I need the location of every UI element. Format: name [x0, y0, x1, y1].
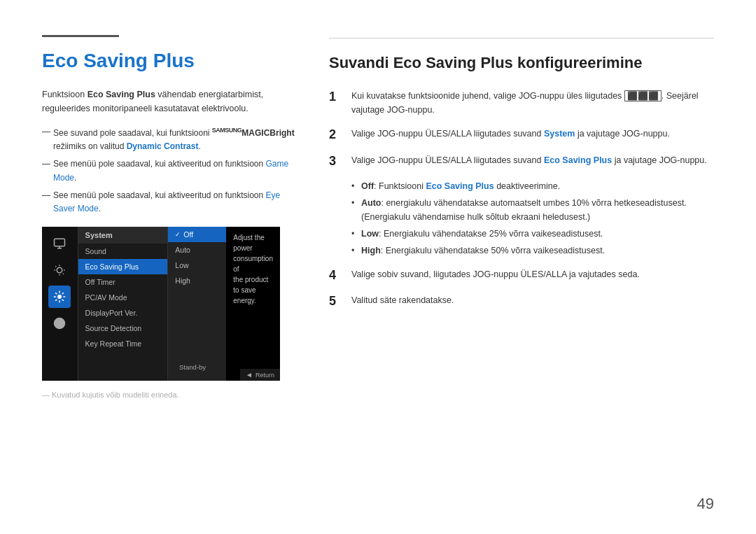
svg-line-7 [63, 274, 64, 274]
right-column: Suvandi Eco Saving Plus konfigureerimine… [329, 35, 714, 506]
steps-list: 1 Kui kuvatakse funktsioonide juhend, va… [329, 89, 714, 169]
step2-highlight: System [544, 129, 575, 139]
bullet-low-bold: Low [361, 229, 379, 239]
step-3-text: Valige JOG-nuppu ÜLES/ALLA liigutades su… [351, 153, 707, 167]
intro-before: Funktsioon [42, 90, 88, 99]
bullet-off: Off: Funktsiooni Eco Saving Plus deaktiv… [351, 179, 714, 193]
step-5: 5 Valitud säte rakendatakse. [329, 293, 714, 309]
bullet-off-highlight: Eco Saving Plus [426, 181, 493, 191]
monitor-footer: ◄ Return [240, 369, 280, 381]
bullet-off-suffix: deaktiveerimine. [494, 181, 561, 191]
sidebar-icon-monitor [48, 232, 71, 255]
note-3: See menüü pole saadaval, kui aktiveeritu… [42, 189, 301, 216]
desc-line2: consumption of [233, 255, 273, 273]
menu-item-source: Source Detection [78, 321, 168, 336]
step-1-text: Kui kuvatakse funktsioonide juhend, vali… [351, 89, 714, 117]
menu-item-eco: Eco Saving Plus [78, 259, 168, 274]
step2-after: ja vajutage JOG-nuppu. [575, 129, 670, 139]
step-4: 4 Valige sobiv suvand, liigutades JOG-nu… [329, 267, 714, 283]
step-number-2: 2 [329, 127, 342, 143]
svg-point-10 [58, 295, 62, 299]
monitor-sidebar [42, 227, 78, 381]
note1-prefix: See suvand pole saadaval, kui funktsioon… [53, 128, 212, 138]
bullet-high-text: : Energiakulu vähendatakse 50% võrra vai… [381, 246, 605, 255]
sidebar-icon-brightness [48, 259, 71, 281]
step-number-1: 1 [329, 89, 342, 105]
bullet-auto-bold: Auto [361, 198, 381, 208]
brand-label: SAMSUNG [212, 127, 242, 134]
step1-before: Kui kuvatakse funktsioonide juhend, vali… [351, 91, 624, 101]
menu-item-offtimer: Off Timer [78, 274, 168, 290]
right-title: Suvandi Eco Saving Plus konfigureerimine [329, 54, 714, 72]
desc-line4: energy. [233, 297, 256, 304]
desc-line1: Adjust the power [233, 234, 264, 252]
note-2: See menüü pole saadaval, kui aktiveeritu… [42, 157, 301, 184]
bullet-high-bold: High [361, 246, 381, 255]
bullet-auto-text: : energiakulu vähendatakse automaatselt … [361, 198, 687, 222]
page-number: 49 [697, 495, 714, 513]
step-1: 1 Kui kuvatakse funktsioonide juhend, va… [329, 89, 714, 117]
section-title: Eco Saving Plus [42, 50, 301, 72]
monitor-screenshot: System Sound Eco Saving Plus Off Timer P… [42, 227, 280, 381]
menu-item-pcav: PC/AV Mode [78, 290, 168, 305]
bullet-off-bold: Off [361, 181, 374, 191]
submenu-high: High [168, 273, 226, 288]
monitor-inner: System Sound Eco Saving Plus Off Timer P… [42, 227, 280, 381]
step-2: 2 Valige JOG-nuppu ÜLES/ALLA liigutades … [329, 127, 714, 143]
step3-after: ja vajutage JOG-nuppu. [612, 155, 707, 165]
sidebar-icon-system [48, 286, 71, 308]
return-label: Return [255, 372, 274, 379]
step-4-text: Valige sobiv suvand, liigutades JOG-nupp… [351, 267, 640, 281]
magic-bright-label: MAGICBright [241, 128, 294, 138]
step-number-3: 3 [329, 153, 342, 169]
left-column: Eco Saving Plus Funktsioon Eco Saving Pl… [42, 35, 301, 506]
top-border-line [329, 38, 714, 38]
bullet-low-text: : Energiakulu vähendatakse 25% võrra vai… [379, 229, 603, 239]
note-1: See suvand pole saadaval, kui funktsioon… [42, 125, 301, 153]
desc-line3: the product to save [233, 276, 268, 294]
monitor-desc: Adjust the power consumption of the prod… [226, 227, 280, 381]
header-lines [42, 35, 301, 37]
step-number-5: 5 [329, 293, 342, 309]
standby-label: Stand-by [86, 363, 210, 371]
menu-item-sound: Sound [78, 244, 168, 259]
svg-point-3 [57, 267, 63, 273]
bullet-off-text: : Funktsiooni [374, 181, 426, 191]
svg-line-6 [55, 266, 56, 267]
step-number-4: 4 [329, 267, 342, 283]
step2-before: Valige JOG-nuppu ÜLES/ALLA liigutades su… [351, 129, 544, 139]
return-arrow-icon: ◄ [246, 371, 253, 379]
intro-paragraph: Funktsioon Eco Saving Plus vähendab ener… [42, 87, 301, 115]
dynamic-contrast-label: Dynamic Contrast [127, 141, 199, 151]
note3-text: See menüü pole saadaval, kui aktiveeritu… [53, 190, 266, 200]
bullet-high: High: Energiakulu vähendatakse 50% võrra… [351, 244, 714, 258]
image-note: Kuvatud kujutis võib mudeliti erineda. [42, 391, 301, 399]
submenu-low: Low [168, 258, 226, 273]
monitor-submenu: Off Auto Low High [168, 227, 226, 381]
monitor-menu: System Sound Eco Saving Plus Off Timer P… [78, 227, 169, 381]
note2-text: See menüü pole saadaval, kui aktiveeritu… [53, 159, 266, 169]
step-5-text: Valitud säte rakendatakse. [351, 293, 454, 307]
step3-before: Valige JOG-nuppu ÜLES/ALLA liigutades su… [351, 155, 544, 165]
submenu-auto: Auto [168, 242, 226, 258]
step1-icon: ⬛⬛⬛ [624, 90, 662, 101]
menu-item-displayport: DisplayPort Ver. [78, 305, 168, 321]
intro-bold: Eco Saving Plus [88, 90, 155, 99]
dark-line [42, 35, 119, 37]
menu-header: System [78, 227, 168, 244]
menu-item-keyrepeat: Key Repeat Time [78, 336, 168, 351]
bullet-list: Off: Funktsiooni Eco Saving Plus deaktiv… [351, 179, 714, 258]
svg-rect-0 [55, 239, 65, 246]
step3-highlight: Eco Saving Plus [544, 155, 612, 165]
step-2-text: Valige JOG-nuppu ÜLES/ALLA liigutades su… [351, 127, 670, 141]
sidebar-icon-info [48, 312, 71, 335]
note1-middle: režiimiks on valitud [53, 141, 127, 151]
bullet-auto: Auto: energiakulu vähendatakse automaats… [351, 196, 714, 224]
step-3: 3 Valige JOG-nuppu ÜLES/ALLA liigutades … [329, 153, 714, 169]
submenu-off: Off [168, 227, 226, 242]
bullet-low: Low: Energiakulu vähendatakse 25% võrra … [351, 227, 714, 241]
